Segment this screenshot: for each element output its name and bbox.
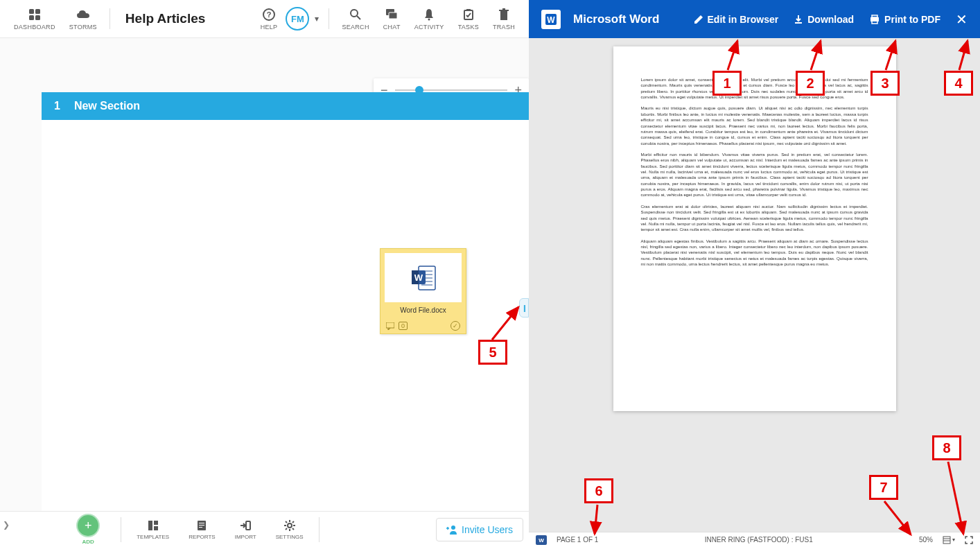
svg-point-10 [428, 19, 430, 21]
import-icon [240, 519, 251, 532]
bell-icon [423, 7, 435, 22]
zoom-slider[interactable] [395, 89, 508, 91]
download-label: Download [807, 14, 854, 25]
section-header[interactable]: 1 New Section [42, 92, 529, 120]
svg-rect-2 [29, 15, 34, 20]
svg-line-41 [286, 528, 287, 530]
trash-icon [499, 7, 509, 22]
check-icon[interactable]: ✓ [450, 321, 460, 331]
user-avatar[interactable]: FM [286, 7, 309, 31]
status-bar: W PAGE 1 OF 1 INNER RING (FASTFOOD) : FU… [529, 532, 980, 547]
reports-icon [197, 519, 207, 532]
svg-rect-33 [246, 521, 250, 530]
annotation-4: 4 [944, 71, 973, 96]
invite-users-button[interactable]: Invite Users [436, 518, 523, 541]
edit-in-browser-button[interactable]: Edit in Browser [694, 14, 779, 25]
download-icon [794, 15, 803, 24]
zoom-level[interactable]: 50% [919, 536, 933, 544]
tasks-icon [463, 7, 474, 22]
edit-label: Edit in Browser [708, 14, 779, 25]
svg-rect-50 [943, 537, 950, 544]
download-button[interactable]: Download [794, 14, 854, 25]
print-to-pdf-button[interactable]: Print to PDF [869, 14, 940, 25]
viewer-header: W Microsoft Word Edit in Browser Downloa… [529, 0, 980, 38]
print-icon [869, 15, 880, 24]
search-icon [349, 7, 362, 22]
dashboard-button[interactable]: DASHBOARD [7, 4, 62, 33]
divider [121, 517, 121, 542]
svg-rect-15 [502, 8, 505, 10]
settings-label: SETTINGS [276, 534, 304, 540]
page-indicator[interactable]: PAGE 1 OF 1 [557, 536, 598, 544]
doc-paragraph: Mauris eu nisi tristique, dictum augue q… [641, 105, 868, 146]
annotation-2: 2 [796, 71, 825, 96]
svg-rect-12 [466, 9, 471, 11]
person-add-icon [446, 525, 457, 535]
word-file-preview: W [385, 253, 462, 302]
divider [329, 8, 329, 29]
comment-icon[interactable] [386, 322, 394, 330]
svg-rect-30 [199, 523, 204, 523]
add-label: ADD [82, 539, 94, 545]
bottom-bar: + ADD TEMPLATES REPORTS IMPORT SETTINGS [0, 511, 529, 547]
chat-icon [385, 7, 398, 22]
chevron-down-icon[interactable]: ▾ [310, 14, 323, 24]
panel-drag-handle[interactable]: ||| [519, 298, 529, 318]
expand-sidebar-button[interactable]: ❯ [3, 520, 10, 530]
help-icon: ? [263, 7, 275, 22]
fullscreen-button[interactable] [965, 536, 973, 544]
view-mode-button[interactable]: ▾ [943, 536, 955, 544]
divider [110, 8, 110, 29]
svg-text:?: ? [267, 10, 272, 19]
svg-line-42 [292, 521, 294, 523]
settings-button[interactable]: SETTINGS [266, 519, 313, 540]
storms-label: STORMS [69, 24, 97, 31]
activity-label: ACTIVITY [414, 24, 444, 31]
svg-rect-3 [35, 15, 40, 20]
svg-text:W: W [547, 15, 555, 25]
close-button[interactable]: ✕ [956, 11, 968, 28]
document-viewport[interactable]: Lorem ipsum dolor sit amet, consectetur … [529, 38, 980, 532]
search-label: SEARCH [342, 24, 369, 31]
viewer-title: Microsoft Word [573, 12, 659, 26]
svg-rect-47 [872, 15, 877, 17]
annotation-7: 7 [869, 475, 898, 500]
word-icon: W [541, 10, 561, 29]
svg-rect-14 [499, 10, 509, 11]
svg-rect-25 [386, 322, 394, 328]
plus-icon: + [76, 514, 100, 537]
svg-rect-26 [148, 521, 152, 530]
doc-paragraph: Lorem ipsum dolor sit amet, consectetur … [641, 77, 868, 100]
import-label: IMPORT [235, 534, 256, 540]
svg-rect-13 [500, 11, 507, 20]
svg-rect-31 [199, 525, 204, 526]
trash-button[interactable]: TRASH [486, 4, 522, 33]
search-button[interactable]: SEARCH [335, 4, 376, 33]
activity-button[interactable]: ACTIVITY [408, 4, 451, 33]
canvas-area[interactable]: − + ⌄ 1 New Section W [0, 38, 529, 511]
word-file-name: Word File.docx [380, 302, 466, 318]
document-page: Lorem ipsum dolor sit amet, consectetur … [613, 46, 896, 411]
divider [319, 517, 320, 542]
trash-label: TRASH [493, 24, 515, 31]
storms-button[interactable]: STORMS [62, 4, 104, 33]
annotation-1: 1 [712, 71, 742, 96]
templates-icon [148, 519, 159, 532]
word-file-card[interactable]: W Word File.docx 0 ✓ [380, 248, 466, 334]
svg-rect-1 [35, 9, 40, 14]
add-button[interactable]: + ADD [61, 514, 115, 545]
comment-count: 0 [399, 322, 408, 330]
templates-button[interactable]: TEMPLATES [127, 519, 179, 540]
help-button[interactable]: ? HELP [254, 4, 285, 33]
chat-label: CHAT [383, 24, 401, 31]
reports-button[interactable]: REPORTS [179, 519, 225, 540]
top-toolbar: DASHBOARD STORMS Help Articles ? HELP FM… [0, 0, 529, 38]
chat-button[interactable]: CHAT [376, 4, 408, 33]
svg-text:W: W [414, 272, 423, 283]
tasks-button[interactable]: TASKS [451, 4, 486, 33]
svg-rect-48 [872, 21, 877, 24]
help-label: HELP [261, 24, 278, 31]
import-button[interactable]: IMPORT [225, 519, 266, 540]
word-icon: W [536, 535, 547, 545]
svg-text:W: W [539, 537, 544, 544]
